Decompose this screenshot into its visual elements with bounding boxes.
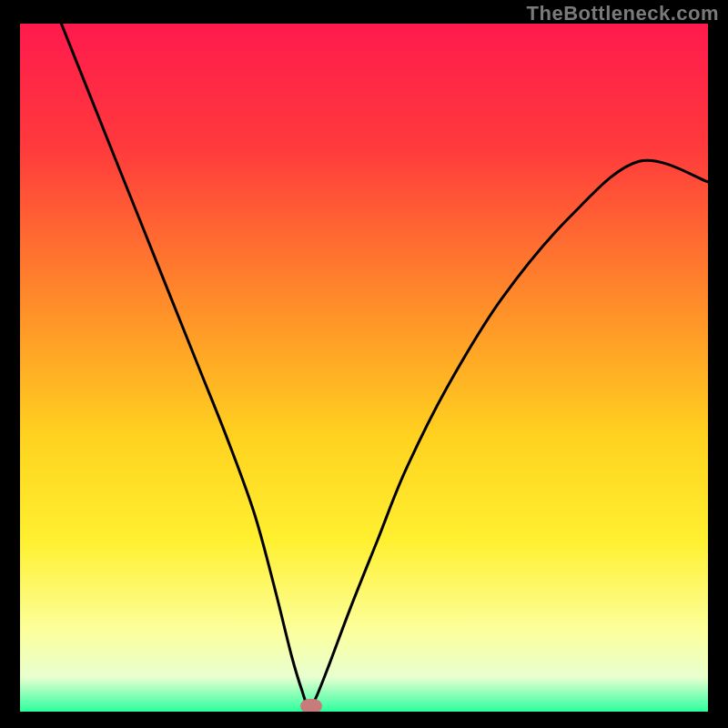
watermark-text: TheBottleneck.com (527, 2, 719, 25)
curve-svg (20, 24, 708, 712)
plot-area (20, 24, 708, 712)
bottleneck-curve-path (61, 24, 708, 708)
optimal-point-marker (300, 699, 322, 712)
chart-frame: TheBottleneck.com (0, 0, 728, 728)
